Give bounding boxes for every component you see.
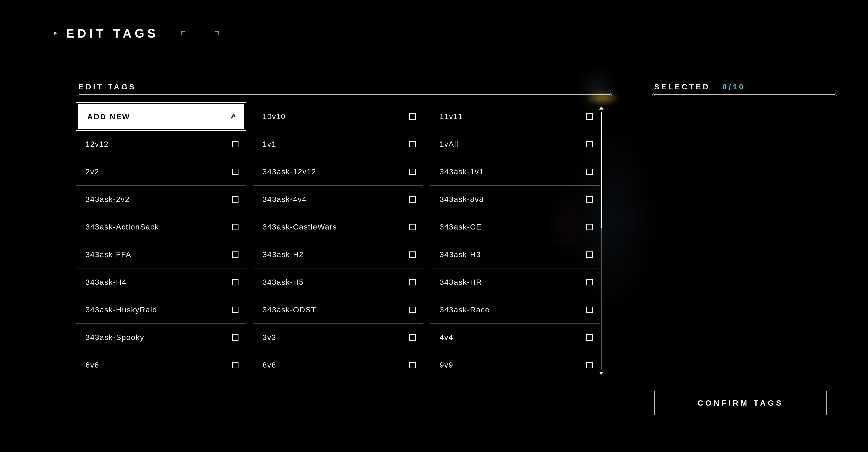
tag-label: 12v12 [86, 140, 109, 148]
tag-label: 343ask-12v12 [262, 167, 316, 176]
tag-label: 343ask-Race [440, 305, 490, 314]
tag-cell[interactable]: 343ask-H4 [76, 269, 246, 296]
tag-checkbox[interactable] [232, 334, 239, 341]
tag-label: 1v1 [262, 140, 276, 148]
tag-cell[interactable]: 10v10 [253, 103, 423, 130]
tag-label: 343ask-FFA [86, 250, 131, 259]
tag-checkbox[interactable] [409, 307, 416, 313]
tag-cell[interactable]: 1vAll [430, 130, 600, 158]
tag-checkbox[interactable] [232, 251, 239, 258]
tag-cell[interactable]: 343ask-12v12 [253, 158, 423, 186]
tag-label: 3v3 [262, 333, 276, 342]
section-header-left: EDIT TAGS [79, 83, 612, 95]
tag-cell[interactable]: 9v9 [430, 351, 600, 379]
tag-label: 343ask-1v1 [440, 167, 484, 176]
tag-label: 11v11 [440, 112, 463, 121]
tag-cell[interactable]: 343ask-ODST [253, 296, 423, 324]
tag-scrollbar[interactable] [598, 106, 604, 375]
tag-cell[interactable]: 343ask-ActionSack [76, 213, 246, 241]
tag-cell[interactable]: 343ask-CastleWars [253, 213, 423, 241]
section-label-selected: SELECTED 0/10 [654, 83, 835, 91]
tag-cell[interactable]: 6v6 [76, 351, 246, 379]
tag-checkbox[interactable] [586, 169, 593, 175]
tag-label: 343ask-H3 [440, 250, 481, 259]
tag-checkbox[interactable] [409, 362, 416, 368]
tag-checkbox[interactable] [409, 279, 416, 285]
title-decor-box [181, 31, 185, 35]
tag-label: 1vAll [440, 140, 459, 148]
tag-label: 343ask-4v4 [262, 195, 307, 204]
tag-label: 343ask-ActionSack [86, 223, 159, 231]
scroll-track[interactable] [601, 112, 602, 369]
tag-label: 343ask-H2 [262, 250, 304, 259]
tag-cell[interactable]: 343ask-Race [430, 296, 600, 324]
tag-cell[interactable]: 343ask-H5 [253, 269, 423, 296]
tag-checkbox[interactable] [586, 334, 593, 341]
add-new-label: ADD NEW [87, 112, 130, 121]
tag-cell[interactable]: 1v1 [253, 130, 423, 158]
tag-cell[interactable]: 343ask-4v4 [253, 186, 423, 213]
tag-checkbox[interactable] [232, 196, 239, 203]
tag-checkbox[interactable] [409, 169, 416, 175]
scroll-down-icon[interactable] [599, 372, 603, 375]
tag-cell[interactable]: 3v3 [253, 324, 423, 351]
tag-cell[interactable]: 2v2 [76, 158, 246, 186]
tag-checkbox[interactable] [409, 224, 416, 230]
tag-checkbox[interactable] [232, 224, 239, 230]
tag-cell[interactable]: 343ask-8v8 [430, 186, 600, 213]
tag-grid: ADD NEW 10v1011v1112v121v11vAll2v2343ask… [76, 103, 600, 382]
tag-cell[interactable]: 343ask-HR [430, 269, 600, 296]
tag-cell[interactable]: 343ask-FFA [76, 241, 246, 269]
tag-cell[interactable]: 4v4 [430, 324, 600, 351]
tag-label: 343ask-Spooky [86, 333, 144, 342]
selected-label-text: SELECTED [654, 83, 710, 91]
tag-cell[interactable]: 343ask-HuskyRaid [76, 296, 246, 324]
title-decor-box [215, 31, 219, 35]
tag-cell[interactable]: 343ask-2v2 [76, 186, 246, 213]
confirm-tags-button[interactable]: CONFIRM TAGS [654, 391, 827, 415]
tag-checkbox[interactable] [232, 362, 239, 368]
tag-checkbox[interactable] [586, 196, 593, 203]
tag-label: 343ask-HR [440, 278, 482, 286]
tag-checkbox[interactable] [409, 334, 416, 341]
tag-checkbox[interactable] [586, 224, 593, 230]
tag-checkbox[interactable] [232, 307, 239, 313]
tag-label: 8v8 [262, 361, 276, 369]
title-caret-icon [54, 31, 57, 35]
header-frame-line-vertical [24, 11, 24, 43]
tag-label: 343ask-2v2 [86, 195, 130, 204]
tag-label: 343ask-8v8 [440, 195, 484, 204]
scroll-thumb[interactable] [600, 112, 602, 228]
tag-checkbox[interactable] [586, 113, 593, 120]
tag-checkbox[interactable] [409, 251, 416, 258]
tag-label: 9v9 [440, 361, 454, 369]
tag-checkbox[interactable] [586, 279, 593, 285]
tag-cell[interactable]: 343ask-H3 [430, 241, 600, 269]
tag-checkbox[interactable] [586, 251, 593, 258]
add-new-button[interactable]: ADD NEW [78, 104, 244, 129]
tag-checkbox[interactable] [586, 362, 593, 368]
tag-cell[interactable]: 11v11 [430, 103, 600, 130]
header-frame-line [24, 0, 517, 11]
tag-cell[interactable]: 12v12 [76, 130, 246, 158]
tag-checkbox[interactable] [409, 113, 416, 120]
tag-checkbox[interactable] [586, 141, 593, 147]
scroll-up-icon[interactable] [599, 106, 603, 110]
page-title: EDIT TAGS [66, 26, 159, 40]
tag-checkbox[interactable] [232, 279, 239, 285]
wrench-icon [230, 112, 237, 121]
tag-cell[interactable]: 343ask-CE [430, 213, 600, 241]
tag-checkbox[interactable] [409, 196, 416, 203]
tag-checkbox[interactable] [232, 169, 239, 175]
tag-cell[interactable]: 343ask-Spooky [76, 324, 246, 351]
tag-checkbox[interactable] [586, 307, 593, 313]
tag-label: 343ask-HuskyRaid [86, 305, 157, 314]
tag-checkbox[interactable] [409, 141, 416, 147]
tag-cell[interactable]: 343ask-H2 [253, 241, 423, 269]
tag-cell[interactable]: 343ask-1v1 [430, 158, 600, 186]
tag-label: 10v10 [262, 112, 286, 121]
tag-cell[interactable]: 8v8 [253, 351, 423, 379]
selected-count: 0/10 [723, 83, 745, 91]
tag-checkbox[interactable] [232, 141, 239, 147]
confirm-tags-label: CONFIRM TAGS [698, 399, 783, 407]
